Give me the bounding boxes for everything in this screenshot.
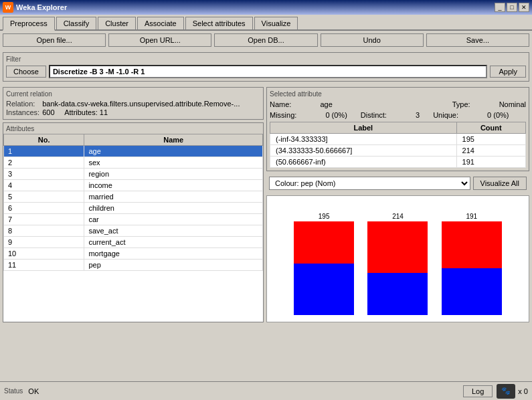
attr-name: income <box>84 180 263 191</box>
attr-name: pep <box>84 260 263 271</box>
bar-stack <box>442 221 502 315</box>
selected-attribute-title: Selected attribute <box>270 90 526 98</box>
attr-name: children <box>84 203 263 214</box>
tab-visualize[interactable]: Visualize <box>254 17 298 29</box>
tab-classify[interactable]: Classify <box>56 17 97 29</box>
main-content: Current relation Relation: bank-data.csv… <box>0 84 532 325</box>
window-title: Weka Explorer <box>16 3 67 11</box>
attr-no: 9 <box>4 237 84 248</box>
instances-value: 600 Attributes: 11 <box>42 108 260 116</box>
bar-red <box>367 221 428 273</box>
table-row[interactable]: 5married <box>4 191 263 203</box>
table-row: (34.333333-50.666667]214 <box>270 145 526 157</box>
attr-no: 8 <box>4 225 84 237</box>
right-panel: Selected attribute Name: age Type: Nomin… <box>266 87 529 322</box>
attr-no: 5 <box>4 191 84 203</box>
table-row[interactable]: 7car <box>4 214 263 225</box>
status-text: OK <box>28 387 463 395</box>
attr-missing-value: 0 (0%) <box>325 111 347 119</box>
bar-stack <box>367 221 428 315</box>
attr-name-value: age <box>320 100 332 108</box>
bar-blue <box>442 268 502 315</box>
x-label: x 0 <box>518 387 528 395</box>
attr-name-label: Name: <box>270 100 291 108</box>
tab-select-attributes[interactable]: Select attributes <box>185 17 253 29</box>
colour-select[interactable]: Colour: pep (Nom) <box>269 177 470 190</box>
undo-button[interactable]: Undo <box>321 33 424 47</box>
tab-associate[interactable]: Associate <box>137 17 184 29</box>
open-url-button[interactable]: Open URL... <box>108 33 211 47</box>
bar-blue <box>367 273 428 315</box>
app-icon: W <box>3 2 13 13</box>
apply-button[interactable]: Apply <box>490 66 526 78</box>
chart-area: 195 214 191 <box>266 195 529 322</box>
bar-count: 191 <box>466 213 477 220</box>
label-cell: (-inf-34.333333] <box>270 134 457 145</box>
title-bar: W Weka Explorer _ □ ✕ <box>0 0 532 15</box>
table-row: (50.666667-inf)191 <box>270 157 526 168</box>
attr-type-label: Type: <box>452 100 470 108</box>
table-row[interactable]: 2sex <box>4 157 263 169</box>
col-no: No. <box>4 134 84 146</box>
bar-group: 191 <box>442 213 502 315</box>
attr-name: married <box>84 191 263 203</box>
attr-type-value: Nominal <box>499 100 526 108</box>
attr-no: 10 <box>4 248 84 260</box>
filter-label: Filter <box>6 56 526 63</box>
relation-label: Relation: <box>6 100 39 108</box>
attr-distinct-label: Distinct: <box>361 111 387 119</box>
table-row[interactable]: 6children <box>4 203 263 214</box>
title-bar-controls: _ □ ✕ <box>495 3 529 12</box>
open-db-button[interactable]: Open DB... <box>214 33 317 47</box>
current-relation-section: Current relation Relation: bank-data.csv… <box>3 87 264 120</box>
table-row[interactable]: 1age <box>4 146 263 157</box>
attr-unique-value: 0 (0%) <box>487 111 509 119</box>
attr-no: 11 <box>4 260 84 271</box>
table-row[interactable]: 8save_act <box>4 225 263 237</box>
table-row[interactable]: 3region <box>4 169 263 180</box>
log-button[interactable]: Log <box>463 385 493 397</box>
attr-no: 1 <box>4 146 84 157</box>
attributes-table: No. Name 1age2sex3region4income5married6… <box>3 134 263 322</box>
count-cell: 191 <box>456 157 525 168</box>
count-cell: 214 <box>456 145 525 157</box>
tab-cluster[interactable]: Cluster <box>98 17 136 29</box>
table-row[interactable]: 10mortgage <box>4 248 263 260</box>
bar-blue <box>294 264 354 315</box>
attr-info-row2: Missing: 0 (0%) Distinct: 3 Unique: 0 (0… <box>270 111 526 119</box>
tab-bar: Preprocess Classify Cluster Associate Se… <box>0 15 532 31</box>
save-button[interactable]: Save... <box>426 33 529 47</box>
attr-no: 2 <box>4 157 84 169</box>
count-cell: 195 <box>456 134 525 145</box>
table-row[interactable]: 11pep <box>4 260 263 271</box>
attr-name: age <box>84 146 263 157</box>
current-relation-title: Current relation <box>6 90 260 98</box>
attributes-title: Attributes <box>3 123 263 134</box>
attr-name: current_act <box>84 237 263 248</box>
attr-info-row1: Name: age Type: Nominal <box>270 100 526 108</box>
relation-value: bank-data.csv-weka.filters.unsupervised.… <box>42 100 260 108</box>
table-row[interactable]: 9current_act <box>4 237 263 248</box>
bar-stack <box>294 221 354 315</box>
toolbar: Open file... Open URL... Open DB... Undo… <box>0 31 532 49</box>
attr-name: sex <box>84 157 263 169</box>
status-label: Status <box>4 387 23 395</box>
minimize-button[interactable]: _ <box>495 3 505 12</box>
visualize-all-button[interactable]: Visualize All <box>473 177 527 190</box>
colour-row: Colour: pep (Nom) Visualize All <box>266 174 529 193</box>
bar-count: 214 <box>392 213 404 220</box>
tab-preprocess[interactable]: Preprocess <box>3 17 55 31</box>
table-row: (-inf-34.333333]195 <box>270 134 526 145</box>
open-file-button[interactable]: Open file... <box>3 33 106 47</box>
close-button[interactable]: ✕ <box>519 3 529 12</box>
label-col-header: Label <box>270 122 457 134</box>
bar-red <box>442 221 502 268</box>
table-row[interactable]: 4income <box>4 180 263 191</box>
choose-button[interactable]: Choose <box>6 66 46 78</box>
attr-no: 3 <box>4 169 84 180</box>
label-count-table: Label Count (-inf-34.333333]195(34.33333… <box>270 122 526 168</box>
maximize-button[interactable]: □ <box>507 3 517 12</box>
attr-no: 6 <box>4 203 84 214</box>
status-icon: 🐾 <box>497 384 515 399</box>
attr-name: car <box>84 214 263 225</box>
